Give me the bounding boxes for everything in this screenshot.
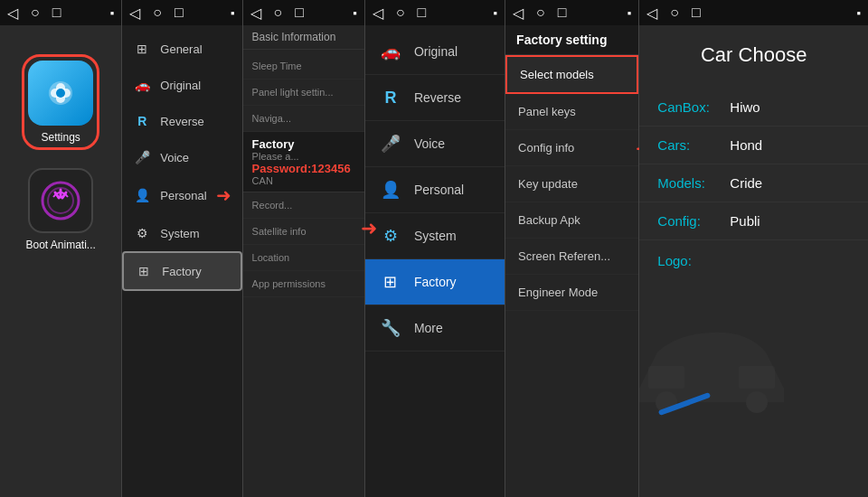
main-factory-label: Factory xyxy=(414,275,457,289)
settings-app[interactable]: Settings xyxy=(28,61,93,144)
reverse-icon: R xyxy=(133,112,151,130)
recents-icon[interactable]: □ xyxy=(52,5,61,21)
original-label: Original xyxy=(160,79,201,92)
menu-voice[interactable]: 🎤 Voice xyxy=(122,139,241,175)
nav-icons-1: ◁ ○ □ xyxy=(7,5,61,22)
recents-icon-3[interactable]: □ xyxy=(295,5,304,21)
basic-info-header: Basic Information xyxy=(243,25,364,50)
factory-key-update[interactable]: Key update xyxy=(505,166,638,202)
nav-icons-4: ◁ ○ □ xyxy=(373,5,426,22)
car-choose-title: Car Choose xyxy=(639,25,868,89)
home-icon-3[interactable]: ○ xyxy=(274,5,283,21)
main-more-icon: 🔧 xyxy=(378,315,403,341)
settings-label: Settings xyxy=(41,131,80,144)
car-config-row: Config: Publi xyxy=(639,202,868,240)
status-bar-1: ◁ ○ □ ▪ xyxy=(0,0,121,25)
main-system[interactable]: ⚙ System xyxy=(365,213,505,259)
red-arrow-personal: ➜ xyxy=(216,184,231,206)
menu-reverse[interactable]: R Reverse xyxy=(122,103,241,139)
factory-backup-apk[interactable]: Backup Apk xyxy=(505,202,638,239)
main-reverse[interactable]: R Reverse xyxy=(365,75,505,121)
cars-label: Cars: xyxy=(657,137,730,153)
panel-factory-settings: ◁ ○ □ ▪ Factory setting Select models Pa… xyxy=(505,0,638,497)
recents-icon-6[interactable]: □ xyxy=(692,5,701,21)
svg-rect-5 xyxy=(648,366,684,389)
settings-app-highlight: Settings xyxy=(22,54,99,150)
models-value: Cride xyxy=(730,175,762,191)
main-factory[interactable]: ⊞ Factory xyxy=(365,259,505,305)
panel-home: ◁ ○ □ ▪ Settings xyxy=(0,0,121,497)
signal-icon-5: ▪ xyxy=(627,6,632,20)
factory-select-models[interactable]: Select models xyxy=(505,55,638,94)
factory-header: Factory setting xyxy=(505,25,638,55)
recents-icon-2[interactable]: □ xyxy=(175,5,184,21)
voice-label: Voice xyxy=(160,151,189,164)
key-update-label: Key update xyxy=(518,177,578,191)
panel-keys-label: Panel keys xyxy=(518,105,576,118)
main-voice[interactable]: 🎤 Voice xyxy=(365,121,505,167)
home-icon-5[interactable]: ○ xyxy=(536,5,545,21)
home-icon-6[interactable]: ○ xyxy=(670,5,679,21)
voice-icon: 🎤 xyxy=(133,148,151,166)
signal-icon-3: ▪ xyxy=(353,6,357,20)
red-arrow-3: ➜ xyxy=(361,217,377,240)
sleep-label: Sleep Time xyxy=(252,61,355,71)
panel-label: Panel light settin... xyxy=(252,87,355,98)
back-icon-5[interactable]: ◁ xyxy=(513,5,524,22)
signal-icon-6: ▪ xyxy=(856,6,861,20)
boot-app-wrapper: Boot Animati... xyxy=(0,168,121,251)
menu-general[interactable]: ⊞ General xyxy=(122,31,241,67)
car-bg-image xyxy=(639,316,802,497)
main-system-label: System xyxy=(414,229,457,243)
personal-label: Personal xyxy=(160,189,206,202)
menu-original[interactable]: 🚗 Original xyxy=(122,67,241,103)
boot-icon xyxy=(28,168,93,233)
back-icon-2[interactable]: ◁ xyxy=(129,5,140,22)
home-icon[interactable]: ○ xyxy=(31,5,40,21)
password-text: Password:123456 xyxy=(252,162,355,175)
personal-icon: 👤 xyxy=(133,186,151,204)
factory-config-info[interactable]: Config info ➜ xyxy=(505,130,638,166)
menu-system[interactable]: ⚙ System xyxy=(122,215,241,251)
back-icon-6[interactable]: ◁ xyxy=(646,5,657,22)
main-personal[interactable]: 👤 Personal xyxy=(365,167,505,213)
menu-personal[interactable]: 👤 Personal ➜ xyxy=(122,175,241,215)
status-bar-5: ◁ ○ □ ▪ xyxy=(505,0,638,25)
settings-icon xyxy=(28,61,93,126)
boot-label: Boot Animati... xyxy=(25,239,95,251)
please-text: Please a... xyxy=(252,151,355,162)
engineer-mode-label: Engineer Mode xyxy=(518,286,598,299)
car-logo-row: Logo: xyxy=(639,240,868,281)
boot-app[interactable]: Boot Animati... xyxy=(25,168,95,251)
nav-icons-2: ◁ ○ □ xyxy=(129,5,183,22)
main-voice-label: Voice xyxy=(414,136,445,151)
main-original[interactable]: 🚗 Original xyxy=(365,29,505,75)
back-icon-3[interactable]: ◁ xyxy=(250,5,261,22)
factory-panel-keys[interactable]: Panel keys xyxy=(505,94,638,130)
recents-icon-5[interactable]: □ xyxy=(558,5,567,21)
status-5-inner: ◁ ○ □ ▪ xyxy=(513,5,631,22)
home-icon-4[interactable]: ○ xyxy=(396,5,405,21)
info-satellite: Satellite info xyxy=(243,219,364,245)
svg-point-8 xyxy=(746,391,768,413)
home-icon-2[interactable]: ○ xyxy=(153,5,162,21)
panel-main-menu: ◁ ○ □ ▪ 🚗 Original R Reverse 🎤 Voice 👤 P… xyxy=(365,0,505,497)
main-more[interactable]: 🔧 More xyxy=(365,305,505,352)
main-system-icon: ⚙ xyxy=(378,223,403,248)
factory-engineer-mode[interactable]: Engineer Mode xyxy=(505,275,638,311)
factory-screen-ref[interactable]: Screen Referen... xyxy=(505,239,638,275)
signal-icon: ▪ xyxy=(110,6,115,20)
basic-info-list: Sleep Time Panel light settin... Naviga.… xyxy=(243,50,364,301)
signal-icon-2: ▪ xyxy=(231,6,235,20)
original-icon: 🚗 xyxy=(133,76,151,94)
recents-icon-4[interactable]: □ xyxy=(418,5,427,21)
factory-icon: ⊞ xyxy=(135,262,153,280)
reverse-label: Reverse xyxy=(160,115,203,128)
back-icon[interactable]: ◁ xyxy=(7,5,18,22)
factory-text: Factory xyxy=(252,137,355,151)
backup-apk-label: Backup Apk xyxy=(518,213,580,227)
menu-factory[interactable]: ⊞ Factory xyxy=(122,251,241,291)
system-icon: ⚙ xyxy=(133,224,151,242)
back-icon-4[interactable]: ◁ xyxy=(373,5,383,22)
svg-rect-6 xyxy=(739,366,775,389)
